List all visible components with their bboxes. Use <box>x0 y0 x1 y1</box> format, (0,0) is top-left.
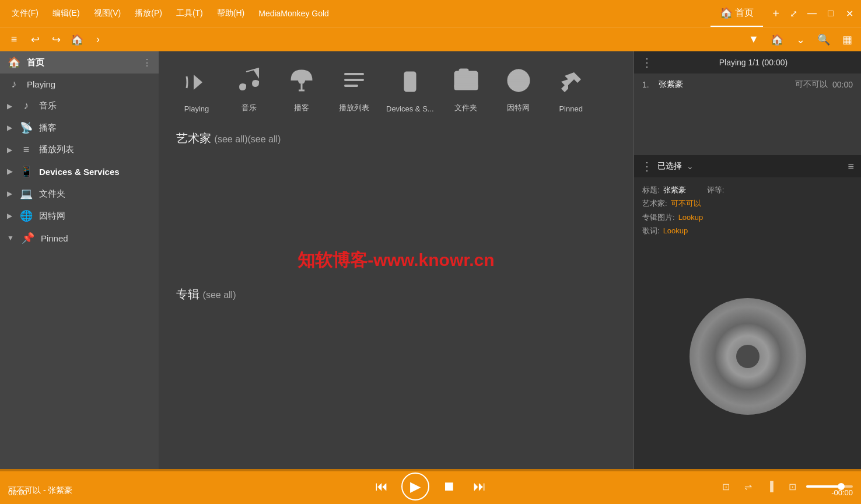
sidebar-pinned-label: Pinned <box>41 233 152 243</box>
menu-help[interactable]: 帮助(H) <box>210 0 251 27</box>
right-panel: ⋮ Playing 1/1 (00:00) 1. 张紫豪 可不可以 00:00 … <box>634 51 861 469</box>
artists-see-all[interactable]: (see all) <box>215 134 248 144</box>
sidebar-home-label: 首页 <box>27 57 136 68</box>
next-button[interactable]: ⏭ <box>469 476 490 497</box>
svg-rect-2 <box>344 79 364 81</box>
meta-albumart-val[interactable]: Lookup <box>678 211 704 224</box>
meta-albumart-key: 专辑图片: <box>642 211 675 224</box>
track-title: 张紫豪 <box>659 79 790 90</box>
playing-svg-icon <box>182 68 211 97</box>
icon-playlists-label: 播放列表 <box>339 103 369 113</box>
sidebar-item-devices[interactable]: ▶ 📱 Devices & Services <box>0 160 159 183</box>
devices-icon-circle <box>393 65 428 100</box>
sidebar-internet-label: 因特网 <box>39 211 152 222</box>
meta-lyrics-row: 歌词: Lookup <box>642 224 853 237</box>
internet-svg-icon <box>504 66 533 95</box>
meta-artist-key: 艺术家: <box>642 197 667 210</box>
toolbar: ≡ ↩ ↪ 🏠 › ▼ 🏠 ⌄ 🔍 ▦ <box>0 27 861 51</box>
icon-folders-label: 文件夹 <box>454 103 477 113</box>
sidebar-item-pinned[interactable]: ▼ 📌 Pinned <box>0 227 159 249</box>
icon-internet-label: 因特网 <box>507 103 530 113</box>
folders-icon-circle <box>449 63 484 98</box>
playback-controls: ⏮ ▶ ⏹ ⏭ <box>371 473 490 501</box>
np-more-button[interactable]: ⋮ <box>641 55 653 69</box>
play-button[interactable]: ▶ <box>401 473 429 501</box>
sidebar-playing-label: Playing <box>27 79 152 89</box>
info-header: ⋮ 已选择 ⌄ ≡ <box>634 155 861 177</box>
menu-play[interactable]: 播放(P) <box>128 0 169 27</box>
close-button[interactable]: ✕ <box>842 6 856 20</box>
icon-devices[interactable]: Devices & S... <box>386 65 434 113</box>
toolbar-search-icon[interactable]: 🔍 <box>814 30 833 49</box>
cast-icon[interactable]: ⊡ <box>784 478 800 495</box>
albums-see-all[interactable]: (see all) <box>203 290 236 300</box>
tab-add-button[interactable]: + <box>765 0 786 27</box>
sidebar-item-playing[interactable]: ♪ Playing <box>0 74 159 95</box>
tab-home[interactable]: 🏠 首页 <box>710 0 763 27</box>
menu-view[interactable]: 视图(V) <box>87 0 128 27</box>
now-playing-info: 可不可以 - 张紫豪 <box>8 485 125 495</box>
menu-tools[interactable]: 工具(T) <box>169 0 210 27</box>
artists-see-all-text[interactable]: (see all) <box>247 134 281 144</box>
album-art-area <box>634 244 861 469</box>
sidebar-music-label: 音乐 <box>39 100 152 111</box>
sidebar-playlists-label: 播放列表 <box>39 144 152 155</box>
icon-playing-label: Playing <box>184 104 209 113</box>
toolbar-columns-icon[interactable]: ▦ <box>838 30 856 49</box>
repeat-icon[interactable]: ⊡ <box>718 478 734 495</box>
meta-lyrics-val[interactable]: Lookup <box>663 224 688 237</box>
sidebar-item-internet[interactable]: ▶ 🌐 因特网 <box>0 205 159 227</box>
icon-podcasts[interactable]: 播客 <box>281 63 322 113</box>
info-dropdown-icon[interactable]: ⌄ <box>687 162 694 171</box>
progress-bar-container[interactable] <box>0 469 861 471</box>
icon-internet[interactable]: 因特网 <box>498 63 539 113</box>
shuffle-icon[interactable]: ⇌ <box>740 478 756 495</box>
icon-playlists[interactable]: 播放列表 <box>334 63 374 113</box>
icon-music[interactable]: 音乐 <box>229 63 270 113</box>
np-track-1[interactable]: 1. 张紫豪 可不可以 00:00 <box>634 76 861 93</box>
meta-lyrics-key: 歌词: <box>642 224 660 237</box>
icon-pinned[interactable]: Pinned <box>551 65 592 113</box>
menu-brand[interactable]: MediaMonkey Gold <box>251 0 336 27</box>
sidebar-podcasts-label: 播客 <box>39 123 152 134</box>
menu-bar: 文件(F) 编辑(E) 视图(V) 播放(P) 工具(T) 帮助(H) Medi… <box>5 0 710 27</box>
info-list-icon[interactable]: ≡ <box>848 160 854 173</box>
podcasts-icon-circle <box>284 63 319 98</box>
sidebar-item-playlists[interactable]: ▶ ≡ 播放列表 <box>0 139 159 160</box>
icon-folders[interactable]: 文件夹 <box>446 63 487 113</box>
devices-svg-icon <box>396 68 425 97</box>
playing-icon: ♪ <box>7 78 21 90</box>
icon-playing[interactable]: Playing <box>176 65 217 113</box>
volume-slider[interactable] <box>806 485 853 488</box>
toolbar-home2-button[interactable]: 🏠 <box>768 30 786 49</box>
toolbar-menu-icon[interactable]: ≡ <box>5 30 23 49</box>
internet-expand-arrow: ▶ <box>7 212 12 220</box>
restore-button[interactable]: ⤢ <box>786 6 800 20</box>
minimize-button[interactable]: — <box>805 6 819 20</box>
toolbar-filter-icon[interactable]: ▼ <box>744 30 763 49</box>
meta-artist-val[interactable]: 可不可以 <box>671 197 701 210</box>
sidebar-item-home[interactable]: 🏠 首页 ⋮ <box>0 51 159 74</box>
toolbar-undo-button[interactable]: ↩ <box>26 30 44 49</box>
toolbar-forward-button[interactable]: › <box>89 30 107 49</box>
sidebar-item-music[interactable]: ▶ ♪ 音乐 <box>0 95 159 117</box>
icon-podcasts-label: 播客 <box>294 103 309 113</box>
stop-button[interactable]: ⏹ <box>439 476 460 497</box>
toolbar-redo-button[interactable]: ↪ <box>47 30 65 49</box>
toolbar-dropdown-icon[interactable]: ⌄ <box>791 30 810 49</box>
prev-button[interactable]: ⏮ <box>371 476 392 497</box>
maximize-button[interactable]: □ <box>824 6 838 20</box>
menu-edit[interactable]: 编辑(E) <box>46 0 87 27</box>
equalizer-icon[interactable]: ▐ <box>762 478 778 495</box>
sidebar-devices-label: Devices & Services <box>39 167 152 177</box>
devices-expand-arrow: ▶ <box>7 167 12 176</box>
meta-rating-key: 评等: <box>707 183 724 197</box>
albums-section-header: 专辑 (see all) <box>159 281 634 308</box>
tab-area: 🏠 首页 + <box>710 0 786 27</box>
toolbar-home-button[interactable]: 🏠 <box>68 30 86 49</box>
sidebar-item-podcasts[interactable]: ▶ 📡 播客 <box>0 117 159 139</box>
sidebar-home-more[interactable]: ⋮ <box>142 57 152 68</box>
sidebar-item-folders[interactable]: ▶ 💻 文件夹 <box>0 183 159 205</box>
info-more-button[interactable]: ⋮ <box>641 159 653 173</box>
menu-file[interactable]: 文件(F) <box>5 0 46 27</box>
